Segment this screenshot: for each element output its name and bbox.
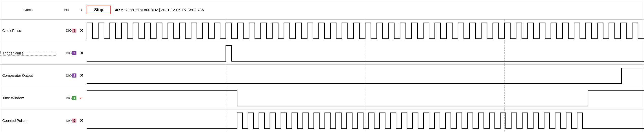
- wave-canvas-clock: [87, 20, 644, 42]
- signal-name-comparator: Comparator Output: [0, 73, 56, 78]
- header-t-label: T: [76, 8, 87, 12]
- signal-row-timewindow: Time Window DIO 1 ⌐: [0, 87, 644, 109]
- header-name-label: Name: [0, 8, 56, 12]
- signal-trigger-counted: ✕: [76, 118, 87, 123]
- signal-wave-clock: [87, 20, 644, 42]
- signal-name-timewindow: Time Window: [0, 96, 56, 100]
- signal-wave-comparator: [87, 65, 644, 87]
- pin-badge-comparator: 2: [72, 73, 76, 78]
- header-stop-area: Stop 4096 samples at 800 kHz | 2021-12-0…: [87, 6, 644, 14]
- pin-text-timewindow: DIO: [66, 96, 72, 100]
- signal-row-trigger: Trigger Pulse DIO 3 ✕: [0, 42, 644, 65]
- stop-button[interactable]: Stop: [87, 6, 111, 14]
- wave-canvas-comparator: [87, 65, 644, 87]
- signal-trigger-comparator: ✕: [76, 73, 87, 78]
- pin-badge-clock: 4: [72, 29, 76, 33]
- pin-badge-counted: 0: [72, 119, 76, 123]
- wave-canvas-counted: [87, 109, 644, 132]
- header-pin-label: Pin: [56, 8, 76, 12]
- pin-badge-timewindow: 1: [72, 96, 76, 100]
- signal-row-counted: Counted Pulses DIO 0 ✕: [0, 109, 644, 132]
- signal-name-counted: Counted Pulses: [0, 119, 56, 123]
- signal-name-trigger: Trigger Pulse: [0, 51, 56, 55]
- pin-badge-trigger: 3: [72, 51, 76, 55]
- signal-row-comparator: Comparator Output DIO 2 ✕: [0, 65, 644, 87]
- signal-trigger-trigger: ✕: [76, 50, 87, 56]
- pin-text-trigger: DIO: [66, 51, 72, 55]
- wave-canvas-timewindow: [87, 87, 644, 109]
- signal-name-clock: Clock Pulse: [0, 29, 56, 33]
- signal-pin-trigger: DIO 3: [56, 51, 76, 55]
- pin-text-clock: DIO: [66, 29, 72, 32]
- wave-canvas-trigger: [87, 42, 644, 64]
- signal-pin-counted: DIO 0: [56, 119, 76, 123]
- header-row: Name Pin T Stop 4096 samples at 800 kHz …: [0, 0, 644, 20]
- signal-wave-counted: [87, 109, 644, 132]
- signal-wave-trigger: [87, 42, 644, 64]
- main-container: Name Pin T Stop 4096 samples at 800 kHz …: [0, 0, 644, 132]
- signal-pin-clock: DIO 4: [56, 29, 76, 33]
- pin-text-counted: DIO: [66, 119, 72, 123]
- signal-trigger-clock: ✕: [76, 28, 87, 33]
- signal-wave-timewindow: [87, 87, 644, 109]
- header-info: 4096 samples at 800 kHz | 2021-12-06 16:…: [115, 8, 204, 12]
- pin-text-comparator: DIO: [66, 74, 72, 78]
- signal-pin-comparator: DIO 2: [56, 73, 76, 78]
- signal-pin-timewindow: DIO 1: [56, 96, 76, 100]
- signal-trigger-timewindow: ⌐: [76, 95, 87, 101]
- signal-row-clock: Clock Pulse DIO 4 ✕: [0, 20, 644, 42]
